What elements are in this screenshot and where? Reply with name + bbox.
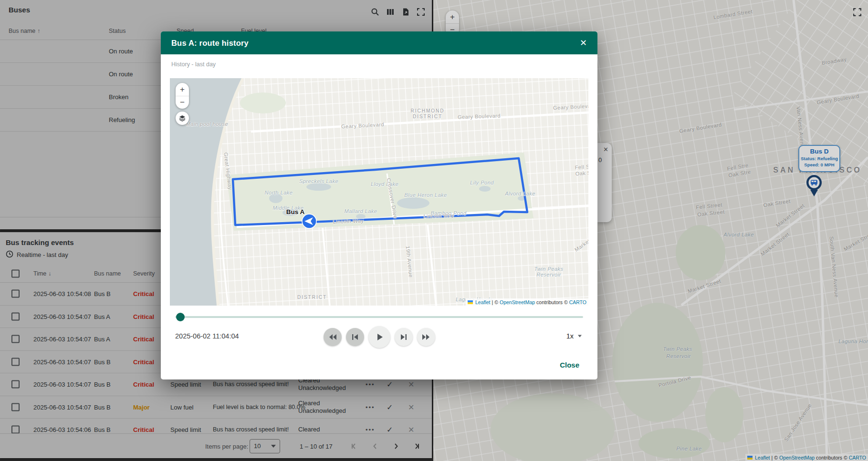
playback-controls [324,326,435,348]
bus-a-marker[interactable] [301,213,317,231]
playback-speed-value: 1x [566,332,574,340]
history-range-caption: History - last day [171,61,216,68]
route-map-tiles [170,78,588,306]
timeline-slider[interactable] [175,316,583,318]
skip-to-start-button[interactable] [346,328,364,346]
zoom-out-button[interactable]: − [176,96,189,109]
attribution-copyright: © [494,299,498,305]
chevron-down-icon [578,335,582,338]
play-button[interactable] [368,326,390,348]
dialog-title: Bus A: route history [171,39,249,48]
zoom-in-button[interactable]: + [176,83,189,96]
close-button[interactable]: Close [555,357,584,373]
playback-timestamp: 2025-06-02 11:04:04 [175,332,239,340]
app-root: Buses Bus name↑ Status Speed Fuel level … [0,0,868,461]
fast-forward-button[interactable] [417,328,435,346]
dialog-close-icon[interactable]: ✕ [580,39,587,47]
route-history-map[interactable]: Main pool houseGeary BoulevardRICHMONDDI… [170,78,588,306]
dialog-header: Bus A: route history ✕ [161,31,597,54]
route-map-zoom-control: + − [176,83,189,109]
rewind-button[interactable] [324,328,342,346]
layers-button[interactable] [176,112,189,125]
attribution-separator: | [492,299,493,305]
osm-link[interactable]: OpenStreetMap [500,299,535,305]
leaflet-link[interactable]: Leaflet [475,299,491,305]
carto-link[interactable]: CARTO [569,299,586,305]
timeline-slider-thumb[interactable] [176,313,185,321]
route-map-attribution: Leaflet | © OpenStreetMap contributors ©… [466,298,588,306]
playback-speed-select[interactable]: 1x [566,332,582,340]
ukraine-flag-icon [468,300,473,304]
skip-to-end-button[interactable] [395,328,413,346]
route-history-dialog: Bus A: route history ✕ History - last da… [161,31,597,379]
attribution-contributors: contributors © [536,299,568,305]
